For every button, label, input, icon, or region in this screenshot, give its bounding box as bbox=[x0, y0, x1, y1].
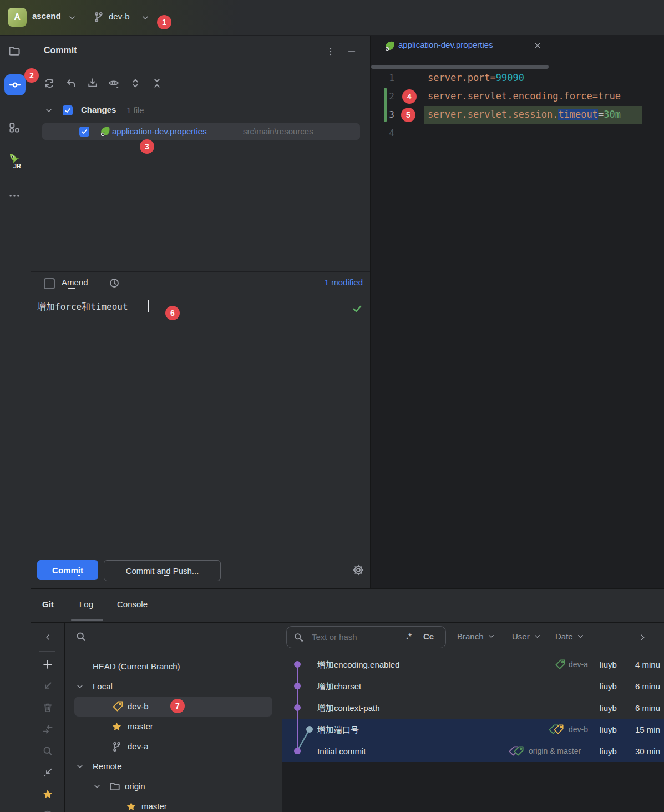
new-branch-plus-icon[interactable] bbox=[42, 659, 53, 670]
amend-checkbox[interactable] bbox=[44, 278, 55, 289]
sidebar-divider bbox=[7, 107, 23, 107]
jrebel-rocket-icon[interactable]: JR bbox=[6, 151, 24, 173]
commit-row[interactable]: 增加context-path liuyb 6 minu bbox=[282, 697, 664, 719]
branch-group-remote[interactable]: Remote bbox=[93, 756, 122, 776]
favorite-star-icon bbox=[111, 722, 122, 734]
git-branch-icon bbox=[111, 742, 122, 752]
delete-trash-icon[interactable] bbox=[42, 702, 53, 713]
minimize-icon[interactable] bbox=[347, 47, 356, 56]
analysis-ok-check-icon bbox=[352, 303, 363, 314]
remote-branch-master[interactable]: master bbox=[141, 796, 167, 812]
log-search-field[interactable]: Text or hash .* Cc bbox=[286, 626, 446, 648]
more-tools-icon[interactable] bbox=[8, 190, 21, 204]
commit-author: liuyb bbox=[600, 654, 617, 675]
structure-tool-icon[interactable] bbox=[8, 122, 21, 134]
search-icon[interactable] bbox=[75, 631, 87, 642]
code-line[interactable]: server.servlet.encoding.force=true bbox=[428, 87, 621, 105]
changes-count: 1 file bbox=[126, 105, 144, 115]
chevron-down-icon[interactable] bbox=[75, 682, 84, 691]
branch-item-master[interactable]: master bbox=[128, 717, 153, 737]
line-number: 4 bbox=[371, 124, 394, 142]
preview-eye-icon[interactable] bbox=[108, 78, 119, 89]
svg-text:JR: JR bbox=[13, 163, 21, 169]
partially-visible-icon[interactable] bbox=[42, 810, 54, 812]
commit-message: 增加charset bbox=[317, 675, 361, 697]
code-line[interactable]: server.port=99090 bbox=[428, 69, 524, 87]
commit-row-selected[interactable]: 增加端口号 dev-b liuyb 15 min bbox=[282, 719, 664, 740]
kebab-menu-icon[interactable] bbox=[326, 47, 335, 58]
hide-panel-chevron-icon[interactable] bbox=[43, 633, 52, 642]
regex-toggle[interactable]: .* bbox=[406, 631, 412, 640]
close-tab-icon[interactable] bbox=[534, 42, 541, 49]
commit-time: 30 min bbox=[635, 740, 660, 762]
commit-icon bbox=[9, 79, 21, 91]
commit-time: 6 minu bbox=[635, 675, 660, 697]
branch-item-dev-a[interactable]: dev-a bbox=[128, 737, 149, 756]
project-folder-icon[interactable] bbox=[8, 45, 21, 57]
filter-user[interactable]: User bbox=[512, 632, 541, 641]
expand-all-icon[interactable] bbox=[130, 78, 141, 89]
branch-head-item[interactable]: HEAD (Current Branch) bbox=[93, 657, 180, 677]
commit-history-clock-icon[interactable] bbox=[109, 278, 120, 289]
tab-log[interactable]: Log bbox=[79, 599, 93, 609]
tag-icon bbox=[112, 700, 124, 712]
checkout-arrow-icon[interactable] bbox=[42, 680, 53, 692]
chevron-down-icon[interactable] bbox=[75, 762, 84, 771]
commit-row[interactable]: 增加encoding.enabled dev-a liuyb 4 minu bbox=[282, 654, 664, 675]
branch-group-local[interactable]: Local bbox=[93, 677, 113, 697]
commit-time: 6 minu bbox=[635, 697, 660, 719]
match-case-toggle[interactable]: Cc bbox=[423, 632, 434, 641]
shelve-icon[interactable] bbox=[87, 78, 98, 89]
modified-files-link[interactable]: 1 modified bbox=[325, 278, 363, 287]
commit-button[interactable]: Commit bbox=[37, 560, 98, 580]
spring-boot-file-icon bbox=[100, 126, 110, 139]
code-line[interactable]: server.servlet.session.timeout=30m bbox=[428, 105, 621, 124]
commit-and-push-button[interactable]: Commit and Push... bbox=[104, 560, 221, 581]
filter-branch[interactable]: Branch bbox=[457, 632, 495, 641]
compare-arrows-icon[interactable] bbox=[42, 724, 53, 735]
editor-tab-title[interactable]: application-dev.properties bbox=[398, 40, 493, 49]
collapse-all-icon[interactable] bbox=[151, 78, 163, 89]
find-magnifier-icon[interactable] bbox=[42, 745, 53, 756]
project-widget[interactable]: ascend bbox=[32, 11, 61, 21]
commit-message-text: 增加force和timeout bbox=[37, 301, 128, 313]
chevron-down-icon[interactable] bbox=[44, 106, 53, 115]
commit-panel: Commit Changes 1 file application-dev.pr… bbox=[31, 36, 370, 588]
amend-mnemonic-underline bbox=[68, 288, 75, 289]
commit-row-selected[interactable]: Initial commit origin & master liuyb 30 … bbox=[282, 740, 664, 762]
chevron-down-icon[interactable] bbox=[93, 782, 102, 791]
tab-console[interactable]: Console bbox=[117, 599, 148, 609]
filter-date[interactable]: Date bbox=[555, 632, 585, 641]
selected-text: timeout bbox=[558, 109, 598, 120]
commit-author: liuyb bbox=[600, 675, 617, 697]
editor-tab[interactable]: application-dev.properties bbox=[371, 36, 664, 65]
collapse-graph-icon[interactable] bbox=[42, 767, 53, 778]
commit-message: 增加encoding.enabled bbox=[317, 654, 399, 675]
commit-message: 增加端口号 bbox=[317, 719, 359, 740]
changed-file-row[interactable]: application-dev.properties src\main\reso… bbox=[42, 123, 360, 140]
search-with-options-icon[interactable] bbox=[293, 632, 304, 643]
commit-message-editor[interactable]: 增加force和timeout bbox=[31, 295, 370, 560]
settings-gear-icon[interactable] bbox=[353, 564, 364, 576]
branch-widget[interactable]: dev-b bbox=[109, 12, 130, 21]
rollback-icon[interactable] bbox=[65, 78, 77, 89]
refresh-icon[interactable] bbox=[44, 78, 55, 89]
project-avatar[interactable]: A bbox=[8, 8, 27, 27]
annotation-badge-3: 3 bbox=[140, 139, 154, 154]
folder-icon bbox=[109, 781, 120, 792]
changes-checkbox[interactable] bbox=[63, 105, 73, 115]
file-checkbox[interactable] bbox=[79, 127, 89, 137]
changes-group-label[interactable]: Changes bbox=[81, 105, 116, 114]
favorites-star-icon[interactable] bbox=[42, 789, 53, 802]
branch-name: dev-b bbox=[128, 697, 149, 717]
log-search-placeholder: Text or hash bbox=[312, 632, 357, 642]
commit-author: liuyb bbox=[600, 697, 617, 719]
changed-file-name[interactable]: application-dev.properties bbox=[112, 126, 207, 137]
remote-origin-item[interactable]: origin bbox=[125, 776, 145, 796]
commit-tool-button[interactable] bbox=[4, 74, 26, 95]
amend-label[interactable]: Amend bbox=[62, 278, 88, 287]
ide-window: A ascend dev-b JR Comm bbox=[0, 0, 664, 812]
commit-row[interactable]: 增加charset liuyb 6 minu bbox=[282, 675, 664, 697]
chevron-right-icon[interactable] bbox=[638, 633, 647, 642]
tab-scrollbar-thumb[interactable] bbox=[371, 65, 549, 69]
